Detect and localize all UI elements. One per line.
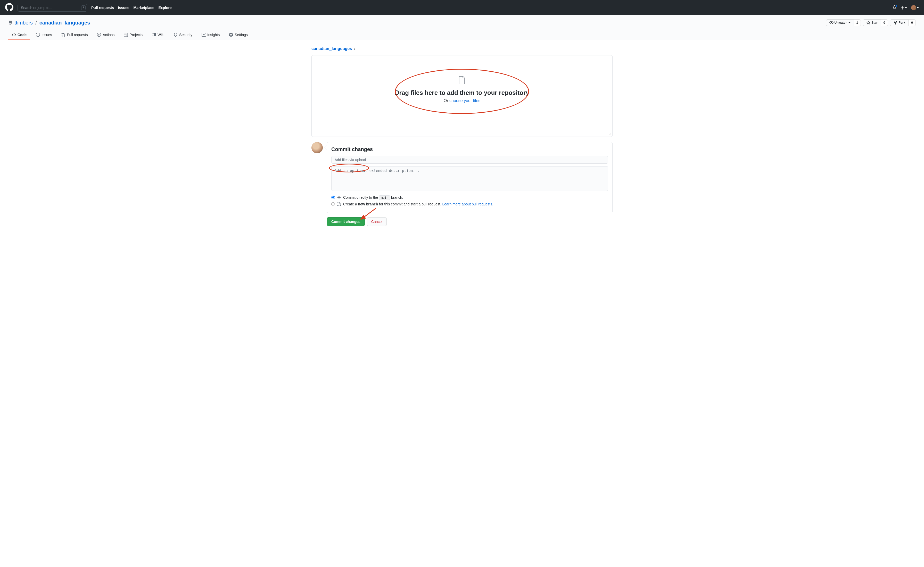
repo-name-link[interactable]: canadian_languages <box>39 20 90 26</box>
tab-projects[interactable]: Projects <box>120 30 146 40</box>
commit-heading: Commit changes <box>331 146 608 152</box>
user-avatar[interactable] <box>311 142 323 153</box>
nav-marketplace[interactable]: Marketplace <box>134 6 154 10</box>
repo-title: ttimbers / canadian_languages <box>8 20 90 26</box>
repo-header: ttimbers / canadian_languages Unwatch 1 … <box>0 15 924 40</box>
file-icon <box>458 81 466 85</box>
drop-title: Drag files here to add them to your repo… <box>317 89 607 96</box>
global-header: / Pull requests Issues Marketplace Explo… <box>0 0 924 15</box>
commit-summary-input[interactable] <box>331 156 608 164</box>
github-logo-icon[interactable] <box>5 3 14 12</box>
book-icon <box>152 33 156 37</box>
branch-chip: main <box>379 195 390 200</box>
file-drop-zone[interactable]: Drag files here to add them to your repo… <box>311 55 613 137</box>
create-new-menu[interactable] <box>901 6 907 9</box>
project-icon <box>124 33 128 37</box>
tab-insights[interactable]: Insights <box>198 30 223 40</box>
tab-settings[interactable]: Settings <box>225 30 251 40</box>
repo-icon <box>8 21 12 25</box>
code-icon <box>12 33 16 37</box>
nav-explore[interactable]: Explore <box>158 6 171 10</box>
or-choose-line: Or choose your files <box>317 99 607 103</box>
pull-request-icon <box>337 202 341 206</box>
main-content: canadian_languages / Drag files here to … <box>308 40 616 232</box>
star-button[interactable]: Star <box>863 20 880 26</box>
shield-icon <box>174 33 178 37</box>
unwatch-button[interactable]: Unwatch <box>826 20 854 26</box>
notification-dot-icon <box>895 4 898 7</box>
global-nav: Pull requests Issues Marketplace Explore <box>91 6 172 10</box>
avatar-icon <box>911 5 916 10</box>
star-label: Star <box>872 21 878 24</box>
repo-actions: Unwatch 1 Star 0 Fork 0 <box>826 20 916 26</box>
git-commit-icon <box>337 195 341 200</box>
resize-handle-icon <box>609 133 611 136</box>
repo-sep: / <box>35 20 37 26</box>
cancel-button[interactable]: Cancel <box>367 217 387 226</box>
user-menu[interactable] <box>911 5 919 10</box>
fork-button[interactable]: Fork <box>890 20 909 26</box>
commit-description-textarea[interactable] <box>331 166 608 191</box>
watchers-count[interactable]: 1 <box>854 20 861 26</box>
tab-actions[interactable]: Actions <box>93 30 118 40</box>
search-input[interactable] <box>18 4 87 12</box>
commit-changes-button[interactable]: Commit changes <box>327 217 365 226</box>
search-slash-hint: / <box>81 5 86 10</box>
nav-pull-requests[interactable]: Pull requests <box>91 6 114 10</box>
fork-icon <box>893 21 897 25</box>
eye-icon <box>830 21 834 25</box>
fork-label: Fork <box>898 21 905 24</box>
graph-icon <box>202 33 206 37</box>
tab-code[interactable]: Code <box>8 30 30 40</box>
caret-down-icon <box>917 7 919 9</box>
radio-commit-direct[interactable] <box>331 196 335 199</box>
repo-tabs: Code Issues Pull requests Actions Projec… <box>8 30 916 40</box>
gear-icon <box>229 33 233 37</box>
tab-security[interactable]: Security <box>170 30 196 40</box>
caret-down-icon <box>905 7 907 9</box>
notifications-button[interactable] <box>892 5 897 10</box>
form-actions: Commit changes Cancel <box>327 217 613 226</box>
commit-section: Commit changes Commit directly to the ma… <box>311 142 613 213</box>
issue-icon <box>36 33 40 37</box>
tab-pull-requests[interactable]: Pull requests <box>57 30 91 40</box>
tab-wiki[interactable]: Wiki <box>148 30 168 40</box>
unwatch-label: Unwatch <box>834 21 848 24</box>
choose-files-link[interactable]: choose your files <box>449 99 480 103</box>
stargazers-count[interactable]: 0 <box>881 20 888 26</box>
star-icon <box>866 21 870 25</box>
forks-count[interactable]: 0 <box>909 20 916 26</box>
commit-new-branch-option[interactable]: Create a new branch for this commit and … <box>331 202 608 206</box>
search-box: / <box>18 4 87 12</box>
learn-pr-link[interactable]: Learn more about pull requests. <box>442 202 493 206</box>
breadcrumb: canadian_languages / <box>311 46 613 51</box>
play-icon <box>97 33 101 37</box>
caret-down-icon <box>849 22 850 24</box>
header-right <box>892 5 919 10</box>
nav-issues[interactable]: Issues <box>118 6 129 10</box>
commit-direct-option[interactable]: Commit directly to the main branch. <box>331 195 608 200</box>
breadcrumb-root[interactable]: canadian_languages <box>311 46 352 51</box>
radio-new-branch[interactable] <box>331 202 335 206</box>
plus-icon <box>901 6 904 9</box>
breadcrumb-sep: / <box>354 46 355 51</box>
repo-owner-link[interactable]: ttimbers <box>14 20 33 26</box>
commit-form: Commit changes Commit directly to the ma… <box>327 142 613 213</box>
tab-issues[interactable]: Issues <box>32 30 56 40</box>
pull-request-icon <box>61 33 65 37</box>
